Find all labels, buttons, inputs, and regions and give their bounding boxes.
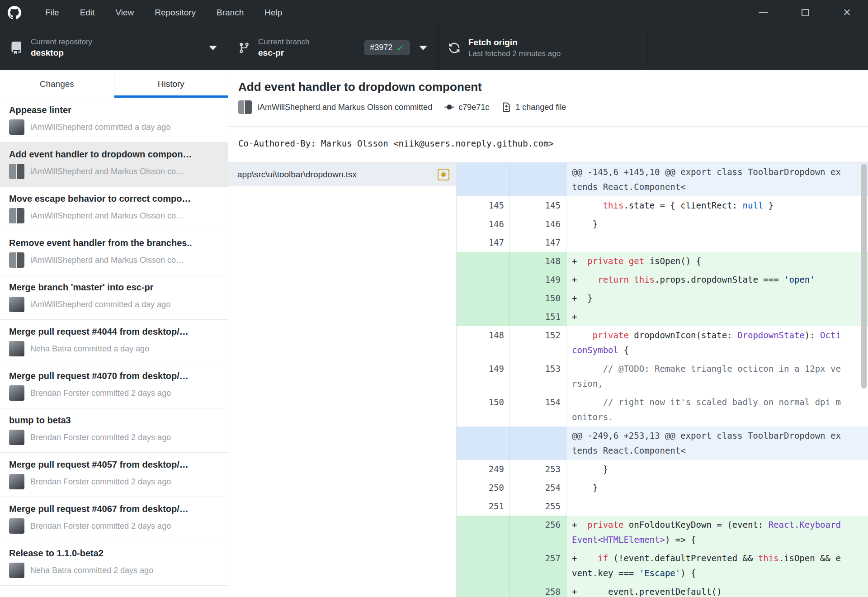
menu-edit[interactable]: Edit — [70, 0, 105, 25]
commit-item-byline: iAmWillShepherd and Markus Olsson co… — [30, 256, 184, 265]
commit-list-item[interactable]: Merge branch 'master' into esc-priAmWill… — [0, 275, 228, 320]
repository-label: Current repository — [31, 37, 92, 47]
new-line-number: 154 — [510, 393, 566, 426]
diff-code-cell: private dropdownIcon(state: DropdownStat… — [566, 326, 868, 360]
fetch-origin-button[interactable]: Fetch origin Last fetched 2 minutes ago — [439, 25, 647, 70]
diff-view: @@ -145,6 +145,10 @@ export class Toolba… — [457, 163, 868, 597]
commit-item-meta: iAmWillShepherd and Markus Olsson co… — [9, 208, 228, 223]
maximize-icon[interactable] — [784, 0, 826, 25]
new-line-number: 153 — [510, 360, 566, 393]
diff-code-cell: this.state = { clientRect: null } — [566, 196, 868, 215]
commit-item-byline: iAmWillShepherd committed a day ago — [30, 300, 170, 309]
commit-description: Co-Authored-By: Markus Olsson <niik@user… — [228, 127, 868, 163]
new-line-number: 149 — [510, 270, 566, 289]
old-line-number — [457, 583, 510, 597]
new-line-number: 254 — [510, 479, 566, 497]
diff-code-cell — [566, 497, 868, 516]
commit-title: Add event handler to dropdown component — [238, 79, 868, 95]
commit-list-item[interactable]: Remove event handler from the branches..… — [0, 231, 228, 275]
menu-file[interactable]: File — [35, 0, 70, 25]
diff-code-cell: } — [566, 215, 868, 233]
diff-code-cell: @@ -249,6 +253,13 @@ export class Toolba… — [566, 426, 868, 460]
avatar — [9, 474, 24, 489]
new-line-number: 147 — [510, 233, 566, 252]
diff-code-cell: // right now it's scaled badly on normal… — [566, 393, 868, 426]
menu-branch[interactable]: Branch — [206, 0, 254, 25]
old-line-number — [457, 549, 510, 583]
diff-code-text — [572, 499, 841, 514]
diff-code-cell: // @TODO: Remake triangle octicon in a 1… — [566, 360, 868, 393]
new-line-number: 146 — [510, 215, 566, 233]
commit-list-item[interactable]: Merge pull request #4057 from desktop/…B… — [0, 453, 228, 497]
commit-list-item[interactable]: Release to 1.1.0-beta2Neha Batra committ… — [0, 541, 228, 586]
repository-switcher-button[interactable]: Current repository desktop — [0, 25, 228, 70]
diff-code-text: + } — [572, 291, 841, 306]
commit-detail-panel: Add event handler to dropdown component … — [228, 70, 868, 597]
repository-name: desktop — [31, 47, 92, 59]
diff-hunk-row: @@ -145,6 +145,10 @@ export class Toolba… — [457, 163, 868, 196]
tab-history[interactable]: History — [114, 70, 228, 98]
commit-list-item[interactable]: bump to beta3Brendan Forster committed 2… — [0, 408, 228, 453]
menu-repository[interactable]: Repository — [144, 0, 206, 25]
diff-line-row: 257+ if (!event.defaultPrevented && this… — [457, 549, 868, 583]
commit-list-item[interactable]: Merge pull request #4067 from desktop/…B… — [0, 497, 228, 541]
scrollbar-thumb[interactable] — [861, 164, 867, 389]
commit-list-item[interactable]: Merge pull request #4070 from desktop/…B… — [0, 364, 228, 408]
commit-item-meta: iAmWillShepherd committed a day ago — [9, 119, 228, 135]
diff-line-row: 150+ } — [457, 289, 868, 308]
avatar — [9, 252, 24, 268]
diff-code-cell: @@ -145,6 +145,10 @@ export class Toolba… — [566, 163, 868, 196]
menu-help[interactable]: Help — [254, 0, 292, 25]
branch-name: esc-pr — [258, 47, 309, 59]
diff-rows: @@ -145,6 +145,10 @@ export class Toolba… — [457, 163, 868, 597]
commit-list-item[interactable]: Move escape behavior to correct compo…iA… — [0, 187, 228, 231]
new-line-number: 148 — [510, 252, 566, 270]
diff-line-row: 145145 this.state = { clientRect: null } — [457, 196, 868, 215]
avatar — [9, 341, 24, 356]
close-icon[interactable]: ✕ — [826, 0, 868, 25]
old-line-number — [457, 516, 510, 549]
pull-request-number: #3972 — [370, 43, 392, 52]
changed-file-list: app\src\ui\toolbar\dropdown.tsx — [228, 163, 457, 597]
old-line-number: 146 — [457, 215, 510, 233]
minimize-icon[interactable] — [742, 0, 784, 25]
fetch-label: Fetch origin — [468, 37, 561, 48]
commit-item-title: Move escape behavior to correct compo… — [9, 187, 222, 204]
new-line-number: 258 — [510, 583, 566, 597]
old-line-number: 251 — [457, 497, 510, 516]
avatar — [9, 208, 24, 223]
toolbar-spacer — [647, 25, 868, 70]
commit-list: Appease linteriAmWillShepherd committed … — [0, 98, 228, 597]
commit-item-byline: Brendan Forster committed 2 days ago — [30, 433, 171, 442]
menu-view[interactable]: View — [105, 0, 144, 25]
old-line-number: 145 — [457, 196, 510, 215]
commit-list-item[interactable]: Merge pull request #4044 from desktop/…N… — [0, 320, 228, 364]
diff-code-text: } — [572, 462, 841, 477]
diff-code-cell: + if (!event.defaultPrevented && this.is… — [566, 549, 868, 583]
avatar — [9, 119, 24, 135]
branch-switcher-button[interactable]: Current branch esc-pr #3972 ✓ — [228, 25, 439, 70]
diff-code-text: + if (!event.defaultPrevented && this.is… — [572, 551, 841, 581]
old-line-number — [457, 270, 510, 289]
diff-code-cell: } — [566, 479, 868, 497]
changed-file-row[interactable]: app\src\ui\toolbar\dropdown.tsx — [228, 163, 456, 186]
commit-item-title: Merge pull request #4057 from desktop/… — [9, 453, 222, 470]
commit-item-meta: iAmWillShepherd and Markus Olsson co… — [9, 164, 228, 179]
diff-code-text: + return this.props.dropdownState === 'o… — [572, 272, 841, 287]
repo-icon — [10, 42, 23, 54]
commit-list-item[interactable]: Add event handler to dropdown compon…iAm… — [0, 142, 228, 187]
pull-request-badge: #3972 ✓ — [364, 40, 410, 55]
tab-changes[interactable]: Changes — [0, 70, 114, 98]
commit-item-meta: Neha Batra committed a day ago — [9, 341, 228, 356]
diff-line-row: 249253 } — [457, 460, 868, 479]
old-line-number: 147 — [457, 233, 510, 252]
commit-item-title: Release to 1.1.0-beta2 — [9, 541, 222, 559]
git-branch-icon — [238, 42, 250, 54]
commit-list-item[interactable]: Appease linteriAmWillShepherd committed … — [0, 98, 228, 142]
diff-code-text: @@ -249,6 +253,13 @@ export class Toolba… — [572, 428, 841, 458]
avatar — [9, 164, 24, 179]
diff-code-cell: + } — [566, 289, 868, 308]
avatar — [9, 297, 24, 312]
old-line-number: 250 — [457, 479, 510, 497]
commit-item-meta: iAmWillShepherd and Markus Olsson co… — [9, 252, 228, 268]
